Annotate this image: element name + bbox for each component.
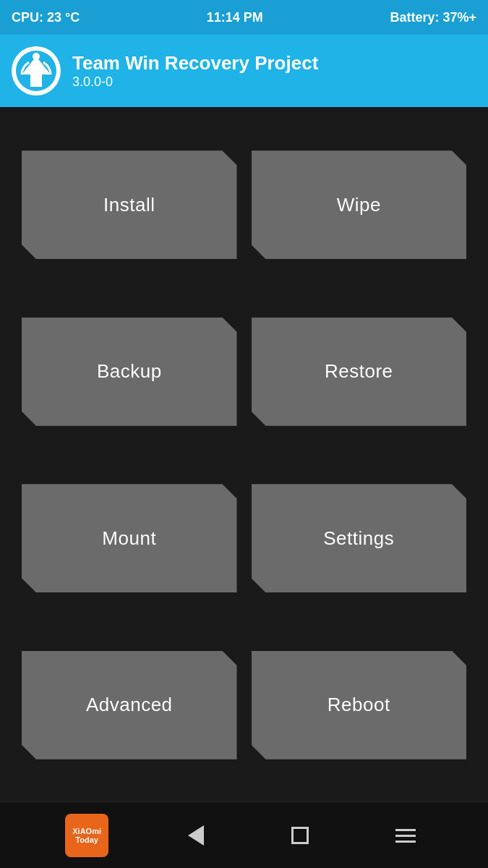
- back-button[interactable]: [181, 818, 211, 853]
- advanced-button[interactable]: Advanced: [22, 651, 237, 760]
- bottom-nav: XiAOmi Today: [0, 803, 488, 868]
- status-bar: CPU: 23 °C 11:14 PM Battery: 37%+: [0, 0, 488, 35]
- backup-label: Backup: [97, 360, 162, 383]
- menu-button[interactable]: [388, 822, 423, 850]
- cpu-status: CPU: 23 °C: [12, 10, 80, 25]
- settings-label: Settings: [323, 527, 394, 550]
- app-title: Team Win Recovery Project: [72, 52, 318, 75]
- svg-point-1: [33, 53, 40, 60]
- xiaomi-line2: Today: [75, 835, 98, 844]
- app-version: 3.0.0-0: [72, 75, 318, 90]
- xiaomi-badge: XiAOmi Today: [65, 814, 108, 857]
- home-icon: [291, 827, 309, 844]
- app-logo: [12, 46, 61, 95]
- wipe-label: Wipe: [337, 194, 381, 216]
- button-row-2: Backup Restore: [22, 318, 466, 426]
- install-label: Install: [103, 194, 155, 216]
- back-icon: [188, 825, 204, 846]
- advanced-label: Advanced: [86, 694, 173, 716]
- app-header: Team Win Recovery Project 3.0.0-0: [0, 35, 488, 107]
- mount-label: Mount: [102, 527, 156, 550]
- time-status: 11:14 PM: [207, 10, 263, 25]
- button-row-3: Mount Settings: [22, 484, 466, 592]
- restore-label: Restore: [325, 360, 393, 383]
- backup-button[interactable]: Backup: [22, 318, 237, 426]
- header-text: Team Win Recovery Project 3.0.0-0: [72, 52, 318, 90]
- xiaomi-line1: XiAOmi: [72, 827, 101, 835]
- battery-status: Battery: 37%+: [390, 10, 476, 25]
- reboot-label: Reboot: [328, 694, 390, 716]
- restore-button[interactable]: Restore: [252, 318, 467, 426]
- wipe-button[interactable]: Wipe: [252, 150, 467, 259]
- main-content: Install Wipe Backup Restore Mount Settin…: [0, 107, 488, 803]
- reboot-button[interactable]: Reboot: [252, 651, 467, 760]
- mount-button[interactable]: Mount: [22, 484, 237, 592]
- menu-icon: [395, 829, 416, 843]
- button-row-4: Advanced Reboot: [22, 651, 466, 760]
- install-button[interactable]: Install: [22, 150, 237, 259]
- home-button[interactable]: [284, 820, 316, 851]
- button-row-1: Install Wipe: [22, 150, 466, 259]
- settings-button[interactable]: Settings: [252, 484, 467, 592]
